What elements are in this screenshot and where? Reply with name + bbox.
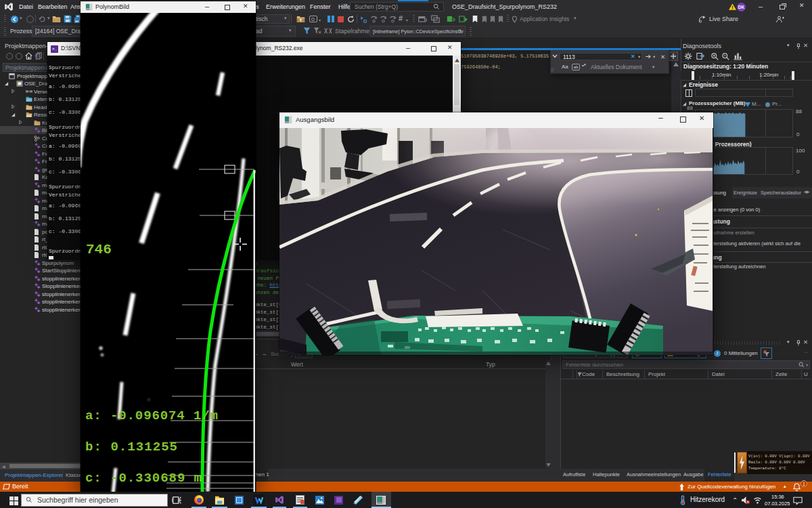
svg-text:a: -0.096074 1/m: a: -0.096074 1/m [85,408,218,423]
svg-text:c: -0.330689 m: c: -0.330689 m [85,471,202,486]
svg-text:746: 746 [86,242,112,257]
svg-text:b: 0.131255: b: 0.131255 [85,440,177,454]
